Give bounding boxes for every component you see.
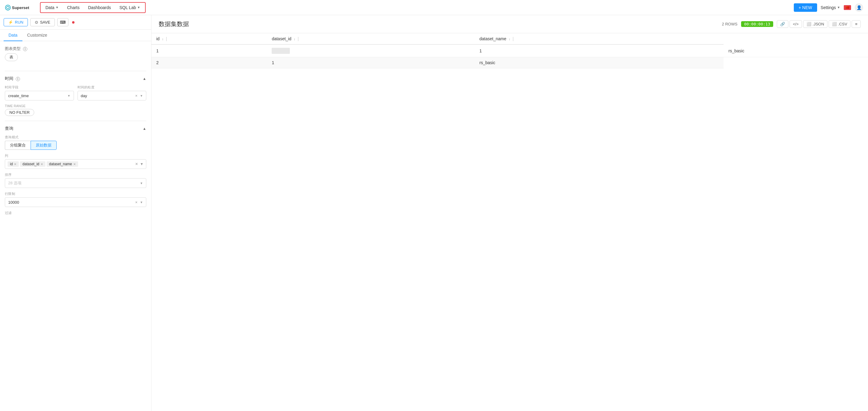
code-icon: </>: [793, 22, 799, 26]
nav-item-dashboards[interactable]: Dashboards: [85, 3, 115, 12]
navbar: Superset Data ▼ Charts Dashboards SQL La…: [0, 0, 868, 15]
run-icon: ⚡: [8, 20, 13, 25]
columns-label: 列: [5, 153, 146, 158]
time-granularity-clear[interactable]: ✕: [135, 94, 137, 98]
keyboard-button[interactable]: ⌨: [57, 18, 68, 26]
time-field-chevron: ▼: [67, 94, 70, 98]
cell-row1-dataset-name: 1: [474, 44, 723, 57]
new-button[interactable]: + NEW: [794, 3, 817, 12]
language-flag[interactable]: 🇨🇳: [844, 5, 851, 10]
chart-type-section: 图表类型 ℹ 表: [5, 46, 146, 66]
time-section-collapse[interactable]: ▲: [143, 76, 146, 81]
code-button[interactable]: </>: [789, 20, 802, 28]
settings-label: Settings: [821, 5, 836, 10]
rows-count-badge: 2 ROWS: [722, 22, 738, 26]
run-button[interactable]: ⚡ RUN: [4, 18, 28, 26]
csv-export-button[interactable]: ⬜ .CSV: [829, 20, 850, 28]
col-dataset-id-sort: ↕: [294, 37, 295, 41]
mode-aggregate-button[interactable]: 分组聚合: [5, 141, 31, 150]
sort-select[interactable]: 28 选项 ▼: [5, 178, 146, 188]
query-section: 查询 ▲ 查询模式 分组聚合 原始数据 列 id ✕: [5, 126, 146, 215]
chart-type-badge[interactable]: 表: [5, 53, 18, 61]
chart-type-info-icon[interactable]: ℹ: [23, 47, 27, 51]
col-header-dataset-name[interactable]: dataset_name ↕ |: [474, 33, 723, 44]
col-header-dataset-id[interactable]: dataset_id ↕ |: [267, 33, 474, 44]
columns-dropdown-icon[interactable]: ▼: [140, 162, 144, 166]
left-panel: ⚡ RUN ⊙ SAVE ⌨ Data Customize: [0, 15, 151, 411]
divider-2: [5, 121, 146, 121]
col-dataset-name-resize[interactable]: |: [513, 36, 514, 41]
tab-customize[interactable]: Customize: [23, 30, 52, 41]
time-field-group: 时间字段 create_time ▼: [5, 85, 74, 101]
json-export-button[interactable]: ⬜ .JSON: [803, 20, 828, 28]
row-limit-select[interactable]: 10000 ✕ ▼: [5, 197, 146, 207]
time-field-select[interactable]: create_time ▼: [5, 91, 74, 101]
result-table: id ↕ | dataset_id ↕ | dataset_name ↕: [151, 33, 868, 68]
nav-item-data[interactable]: Data ▼: [42, 3, 62, 12]
divider-1: [5, 71, 146, 71]
mode-raw-button[interactable]: 原始数据: [31, 141, 57, 150]
main-layout: ⚡ RUN ⊙ SAVE ⌨ Data Customize: [0, 15, 868, 411]
column-tag-dataset-name: dataset_name ✕: [46, 161, 78, 167]
cell-row2-id: 2: [151, 57, 267, 68]
col-header-id[interactable]: id ↕ |: [151, 33, 267, 44]
share-link-button[interactable]: 🔗: [777, 20, 788, 28]
logo[interactable]: Superset: [5, 3, 35, 12]
nav-item-charts[interactable]: Charts: [63, 3, 83, 12]
json-label: .JSON: [813, 22, 824, 26]
row-limit-clear[interactable]: ✕: [135, 201, 137, 204]
nav-item-sqllab[interactable]: SQL Lab ▼: [116, 3, 144, 12]
nav-dashboards-label: Dashboards: [88, 5, 111, 10]
time-granularity-select[interactable]: day ✕ ▼: [78, 91, 147, 101]
time-range-label: TIME RANGE: [5, 104, 146, 108]
table-container: id ↕ | dataset_id ↕ | dataset_name ↕: [151, 33, 868, 411]
settings-button[interactable]: Settings ▼: [821, 5, 840, 10]
query-mode-row: 分组聚合 原始数据: [5, 141, 146, 150]
svg-text:Superset: Superset: [12, 5, 29, 10]
column-dataset-name-remove[interactable]: ✕: [73, 163, 76, 166]
csv-icon: ⬜: [832, 22, 837, 26]
columns-clear-all[interactable]: ✕: [135, 162, 138, 166]
keyboard-icon: ⌨: [60, 20, 66, 25]
run-label: RUN: [15, 20, 23, 25]
col-id-sort: ↕: [162, 37, 163, 41]
user-avatar[interactable]: 👤: [855, 3, 863, 12]
navbar-right: + NEW Settings ▼ 🇨🇳 👤: [794, 3, 863, 12]
cell-row1-dataset-id: [267, 44, 474, 57]
toolbar: ⚡ RUN ⊙ SAVE ⌨: [0, 15, 151, 30]
save-button[interactable]: ⊙ SAVE: [30, 18, 55, 26]
save-icon: ⊙: [35, 20, 38, 25]
cell-row1-id: 1: [151, 44, 267, 57]
table-header-row: id ↕ | dataset_id ↕ | dataset_name ↕: [151, 33, 868, 44]
query-section-collapse[interactable]: ▲: [143, 127, 146, 131]
panel-tabs: Data Customize: [0, 30, 151, 41]
table-row: 2 1 rs_basic: [151, 57, 868, 68]
column-id-remove[interactable]: ✕: [14, 163, 17, 166]
link-icon: 🔗: [780, 22, 785, 26]
cell-row1-dataset-name-val: rs_basic: [723, 44, 868, 57]
cell-row2-dataset-id: 1: [267, 57, 474, 68]
columns-field[interactable]: id ✕ dataset_id ✕ dataset_name ✕ ✕ ▼: [5, 159, 146, 169]
result-header: 数据集数据 2 ROWS 00:00:00:13 🔗 </> ⬜ .JSON ⬜…: [151, 15, 868, 33]
time-section-title: 时间 ℹ: [5, 76, 20, 81]
tab-data[interactable]: Data: [4, 30, 23, 41]
more-options-button[interactable]: ≡: [851, 20, 861, 28]
column-tag-id: id ✕: [7, 161, 19, 167]
right-panel: 数据集数据 2 ROWS 00:00:00:13 🔗 </> ⬜ .JSON ⬜…: [151, 15, 868, 411]
new-button-label: + NEW: [799, 5, 812, 10]
column-dataset-id-remove[interactable]: ✕: [40, 163, 43, 166]
chart-type-label: 图表类型 ℹ: [5, 46, 146, 52]
time-info-icon[interactable]: ℹ: [16, 77, 20, 81]
sort-chevron: ▼: [140, 181, 143, 185]
time-field-label: 时间字段: [5, 85, 74, 90]
time-granularity-label: 时间的粒度: [78, 85, 147, 90]
col-dataset-id-resize[interactable]: |: [298, 36, 299, 41]
execution-time-badge: 00:00:00:13: [741, 21, 773, 27]
cell-empty-placeholder: [272, 48, 290, 54]
time-range-no-filter[interactable]: NO FILTER: [5, 109, 34, 116]
table-row: 1 1 rs_basic: [151, 44, 868, 57]
tab-customize-label: Customize: [27, 33, 47, 37]
svg-point-1: [7, 6, 9, 8]
col-id-resize[interactable]: |: [166, 36, 167, 41]
query-section-title: 查询: [5, 126, 13, 131]
